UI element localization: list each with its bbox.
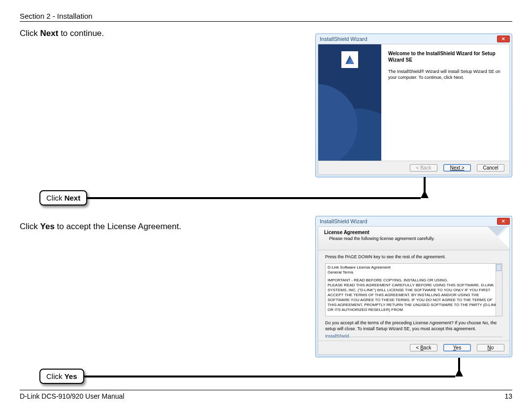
- bold-next: Next: [40, 29, 59, 38]
- wizard-body-text: The InstallShield® Wizard will install S…: [388, 69, 502, 80]
- installshield-welcome-dialog: InstallShield Wizard ✕ Welcome to the In…: [315, 34, 512, 177]
- page-header: Section 2 - Installation: [20, 12, 512, 22]
- dialog-title: InstallShield Wizard: [320, 36, 367, 42]
- text: to accept the License Agreement.: [55, 222, 181, 231]
- bold-yes: Yes: [40, 222, 55, 231]
- callout-bubble: Click Yes: [39, 369, 84, 384]
- text: to continue.: [58, 29, 104, 38]
- license-title: License Agreement: [324, 230, 503, 235]
- callout-line: [84, 376, 455, 377]
- scrollbar-thumb[interactable]: [496, 264, 501, 271]
- text: Click: [46, 372, 65, 380]
- license-body: IMPORTANT - READ BEFORE COPYING, INSTALL…: [328, 278, 500, 312]
- dialog-title: InstallShield Wizard: [320, 218, 367, 224]
- callout-click-yes: Click Yes: [39, 369, 463, 384]
- installshield-logo-icon: [341, 51, 358, 68]
- dialog-titlebar: InstallShield Wizard ✕: [316, 216, 512, 226]
- arrow-up-icon: [455, 369, 463, 377]
- page-number: 13: [504, 392, 512, 400]
- pagedown-hint: Press the PAGE DOWN key to see the rest …: [318, 250, 509, 263]
- callout-bubble: Click Next: [39, 190, 87, 206]
- bold: Next: [65, 194, 81, 202]
- back-button: < Back: [410, 164, 437, 171]
- page-footer: D-Link DCS-910/920 User Manual 13: [20, 390, 512, 400]
- back-button[interactable]: < Back: [410, 344, 437, 351]
- close-icon[interactable]: ✕: [497, 218, 510, 225]
- license-line: General Terms: [328, 270, 500, 275]
- license-agreement-dialog: InstallShield Wizard ✕ License Agreement…: [315, 216, 512, 357]
- installshield-label: InstallShield: [318, 333, 509, 341]
- license-subtitle: Please read the following license agreem…: [329, 236, 503, 241]
- bold: Yes: [65, 372, 77, 380]
- scrollbar[interactable]: [496, 264, 502, 316]
- footer-left: D-Link DCS-910/920 User Manual: [20, 392, 124, 400]
- close-icon[interactable]: ✕: [497, 35, 510, 42]
- text: Click: [46, 194, 65, 202]
- callout-click-next: Click Next: [39, 190, 429, 206]
- arrow-up-icon: [421, 190, 429, 198]
- text: Click: [20, 29, 40, 38]
- instruction-2: Click Yes to accept the License Agreemen…: [20, 222, 181, 232]
- yes-button[interactable]: Yes: [443, 344, 471, 351]
- wizard-sidebar-graphic: [318, 44, 381, 161]
- accept-question: Do you accept all the terms of the prece…: [318, 316, 509, 333]
- license-text-box[interactable]: D-Link Software License Agreement Genera…: [325, 263, 502, 316]
- license-line: D-Link Software License Agreement: [328, 265, 500, 270]
- no-button[interactable]: No: [477, 344, 504, 351]
- dialog-titlebar: InstallShield Wizard ✕: [316, 34, 512, 44]
- next-button[interactable]: Next >: [443, 164, 471, 171]
- callout-line: [87, 197, 421, 199]
- license-header: License Agreement Please read the follow…: [318, 227, 509, 250]
- text: Click: [20, 222, 40, 231]
- cancel-button[interactable]: Cancel: [477, 164, 504, 171]
- callout-riser: [424, 177, 426, 192]
- wizard-heading: Welcome to the InstallShield Wizard for …: [388, 50, 502, 63]
